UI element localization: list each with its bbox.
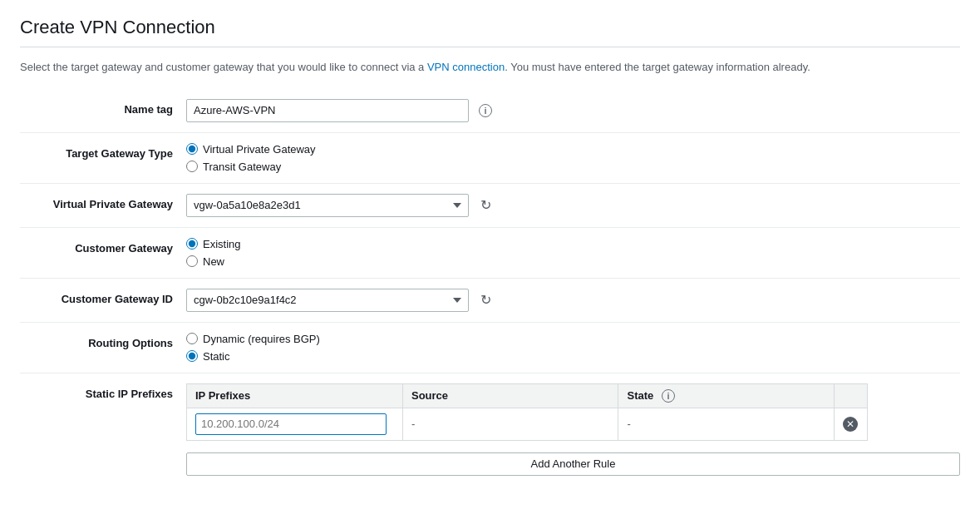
- col-source: Source: [402, 383, 618, 408]
- customer-gateway-id-row: Customer Gateway ID cgw-0b2c10e9a1f4c2 ↻: [20, 278, 960, 322]
- radio-static-label: Static: [203, 350, 230, 363]
- customer-gateway-id-label: Customer Gateway ID: [20, 289, 186, 307]
- title-divider: [20, 47, 960, 47]
- target-gateway-type-row: Target Gateway Type Virtual Private Gate…: [20, 132, 960, 183]
- radio-tgw-label: Transit Gateway: [203, 161, 281, 173]
- customer-gateway-label: Customer Gateway: [20, 238, 186, 256]
- vpg-refresh-button[interactable]: ↻: [475, 195, 495, 215]
- col-ip-prefixes: IP Prefixes: [187, 383, 403, 408]
- virtual-private-gateway-label: Virtual Private Gateway: [20, 194, 186, 212]
- name-tag-input[interactable]: [186, 99, 469, 122]
- radio-existing-input[interactable]: [186, 238, 198, 250]
- radio-virtual-private-gateway[interactable]: Virtual Private Gateway: [186, 143, 960, 156]
- name-tag-row: Name tag i: [20, 89, 960, 132]
- cgw-refresh-button[interactable]: ↻: [475, 290, 495, 310]
- static-ip-prefixes-row: Static IP Prefixes IP Prefixes Source St…: [20, 373, 960, 486]
- radio-dynamic-label: Dynamic (requires BGP): [203, 333, 320, 345]
- col-actions: [834, 383, 867, 408]
- customer-gateway-row: Customer Gateway Existing New: [20, 227, 960, 278]
- customer-gateway-control: Existing New: [186, 238, 960, 268]
- radio-vpg-label: Virtual Private Gateway: [203, 143, 316, 156]
- state-cell: -: [618, 408, 834, 440]
- radio-static-input[interactable]: [186, 350, 198, 362]
- vpn-link[interactable]: VPN connection: [427, 61, 505, 73]
- radio-vpg-input[interactable]: [186, 143, 198, 155]
- radio-existing[interactable]: Existing: [186, 238, 960, 250]
- customer-gateway-id-control: cgw-0b2c10e9a1f4c2 ↻: [186, 289, 960, 312]
- radio-transit-gateway[interactable]: Transit Gateway: [186, 161, 960, 173]
- cgw-select-wrapper: cgw-0b2c10e9a1f4c2 ↻: [186, 289, 960, 312]
- ip-prefix-input[interactable]: [195, 413, 387, 435]
- radio-existing-label: Existing: [203, 238, 241, 250]
- table-header-row: IP Prefixes Source State i: [187, 383, 868, 408]
- target-gateway-type-control: Virtual Private Gateway Transit Gateway: [186, 143, 960, 173]
- static-ip-prefixes-control: IP Prefixes Source State i: [186, 383, 960, 476]
- routing-options-control: Dynamic (requires BGP) Static: [186, 333, 960, 363]
- remove-row-button[interactable]: ✕: [843, 417, 858, 432]
- page-description: Select the target gateway and customer g…: [20, 59, 960, 76]
- cgw-select[interactable]: cgw-0b2c10e9a1f4c2: [186, 289, 469, 312]
- table-row: - - ✕: [187, 408, 868, 440]
- radio-new-input[interactable]: [186, 255, 198, 267]
- ip-prefixes-table: IP Prefixes Source State i: [186, 383, 868, 441]
- state-info-icon[interactable]: i: [662, 389, 675, 403]
- radio-new-label: New: [203, 255, 224, 268]
- remove-cell: ✕: [834, 408, 867, 440]
- vpg-select[interactable]: vgw-0a5a10e8a2e3d1: [186, 194, 469, 217]
- radio-new[interactable]: New: [186, 255, 960, 268]
- ip-prefix-cell: [187, 408, 403, 440]
- radio-dynamic[interactable]: Dynamic (requires BGP): [186, 333, 960, 345]
- virtual-private-gateway-row: Virtual Private Gateway vgw-0a5a10e8a2e3…: [20, 183, 960, 227]
- page-title: Create VPN Connection: [20, 17, 960, 38]
- vpg-select-wrapper: vgw-0a5a10e8a2e3d1 ↻: [186, 194, 960, 217]
- virtual-private-gateway-control: vgw-0a5a10e8a2e3d1 ↻: [186, 194, 960, 217]
- name-tag-info-icon[interactable]: i: [479, 104, 492, 117]
- routing-options-label: Routing Options: [20, 333, 186, 351]
- static-ip-prefixes-label: Static IP Prefixes: [20, 383, 186, 402]
- target-gateway-type-label: Target Gateway Type: [20, 143, 186, 161]
- radio-static[interactable]: Static: [186, 350, 960, 363]
- name-tag-label: Name tag: [20, 99, 186, 117]
- routing-options-row: Routing Options Dynamic (requires BGP) S…: [20, 322, 960, 373]
- add-another-rule-button[interactable]: Add Another Rule: [186, 452, 960, 476]
- radio-dynamic-input[interactable]: [186, 333, 198, 344]
- source-cell: -: [402, 408, 618, 440]
- name-tag-control: i: [186, 99, 960, 122]
- col-state: State i: [618, 383, 834, 408]
- radio-tgw-input[interactable]: [186, 161, 198, 172]
